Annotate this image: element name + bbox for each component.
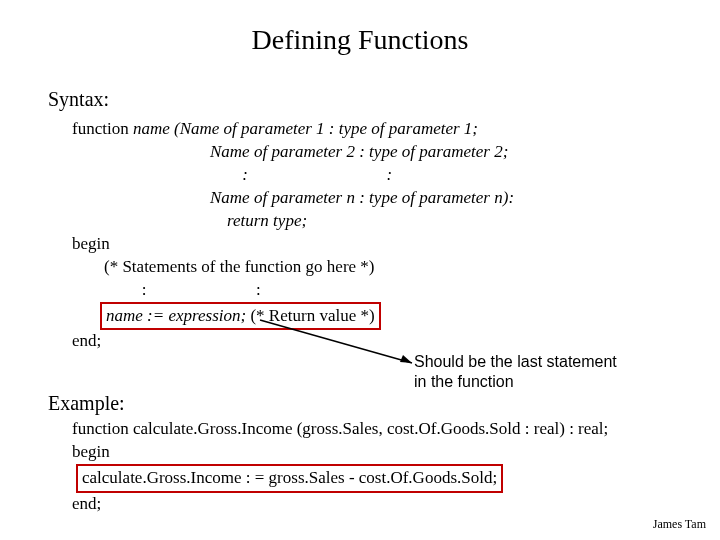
example-body-row: calculate.Gross.Income : = gross.Sales -… bbox=[72, 464, 692, 493]
example-keyword-end: end; bbox=[72, 493, 692, 516]
example-signature-row: function calculate.Gross.Income (gross.S… bbox=[72, 418, 692, 441]
example-highlight-box: calculate.Gross.Income : = gross.Sales -… bbox=[76, 464, 503, 493]
example-label: Example: bbox=[48, 392, 125, 415]
svg-line-0 bbox=[260, 320, 412, 363]
example-block: function calculate.Gross.Income (gross.S… bbox=[72, 418, 692, 516]
svg-marker-1 bbox=[400, 355, 412, 363]
example-keyword-function: function bbox=[72, 419, 129, 438]
footer-author: James Tam bbox=[653, 517, 706, 532]
annotation-callout: Should be the last statement in the func… bbox=[414, 352, 617, 392]
annotation-line-2: in the function bbox=[414, 372, 617, 392]
slide: Defining Functions Syntax: function name… bbox=[0, 0, 720, 540]
example-keyword-begin: begin bbox=[72, 441, 692, 464]
annotation-line-1: Should be the last statement bbox=[414, 352, 617, 372]
example-signature: calculate.Gross.Income (gross.Sales, cos… bbox=[129, 419, 609, 438]
